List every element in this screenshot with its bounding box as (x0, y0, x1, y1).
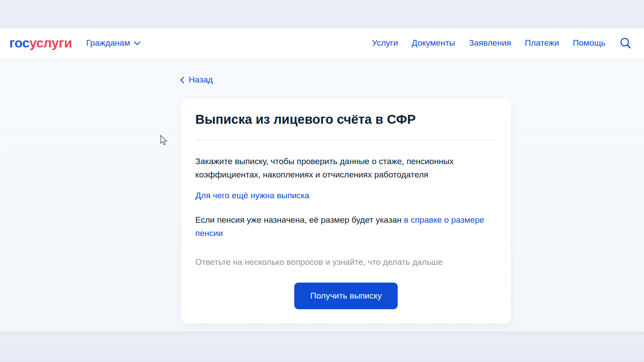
main-nav: Услуги Документы Заявления Платежи Помощ… (372, 38, 605, 48)
logo-part-uslugi: услуги (29, 35, 72, 50)
chevron-down-icon (134, 41, 140, 45)
title-divider (195, 140, 497, 140)
nav-item-pomosch[interactable]: Помощь (573, 38, 605, 48)
chevron-left-icon (180, 77, 184, 83)
nav-item-uslugi[interactable]: Услуги (372, 38, 398, 48)
search-button[interactable] (619, 37, 632, 49)
why-statement-link[interactable]: Для чего ещё нужна выписка (195, 189, 309, 202)
audience-label: Гражданам (86, 38, 130, 48)
questions-hint: Ответьте на несколько вопросов и узнайте… (195, 256, 497, 268)
gosuslugi-logo[interactable]: госуслуги (9, 35, 72, 51)
audience-selector[interactable]: Гражданам (86, 38, 140, 48)
back-link-label: Назад (189, 75, 213, 85)
footer-strip (0, 332, 644, 362)
pension-note: Если пенсия уже назначена, её размер буд… (195, 213, 497, 240)
nav-item-zayavleniya[interactable]: Заявления (469, 38, 511, 48)
service-description: Закажите выписку, чтобы проверить данные… (195, 155, 497, 181)
nav-item-dokumenty[interactable]: Документы (412, 38, 455, 48)
pension-note-text: Если пенсия уже назначена, её размер буд… (195, 215, 404, 224)
page-title: Выписка из лицевого счёта в СФР (195, 110, 497, 128)
back-link[interactable]: Назад (180, 75, 213, 85)
site-header: госуслуги Гражданам Услуги Документы Зая… (0, 28, 644, 58)
main-content: Назад Выписка из лицевого счёта в СФР За… (0, 58, 644, 332)
service-card: Выписка из лицевого счёта в СФР Закажите… (181, 98, 511, 323)
nav-item-platezhi[interactable]: Платежи (525, 38, 559, 48)
search-icon (619, 37, 632, 49)
get-statement-button[interactable]: Получить выписку (294, 283, 398, 309)
top-strip (0, 0, 644, 28)
logo-part-gos: гос (9, 35, 29, 50)
